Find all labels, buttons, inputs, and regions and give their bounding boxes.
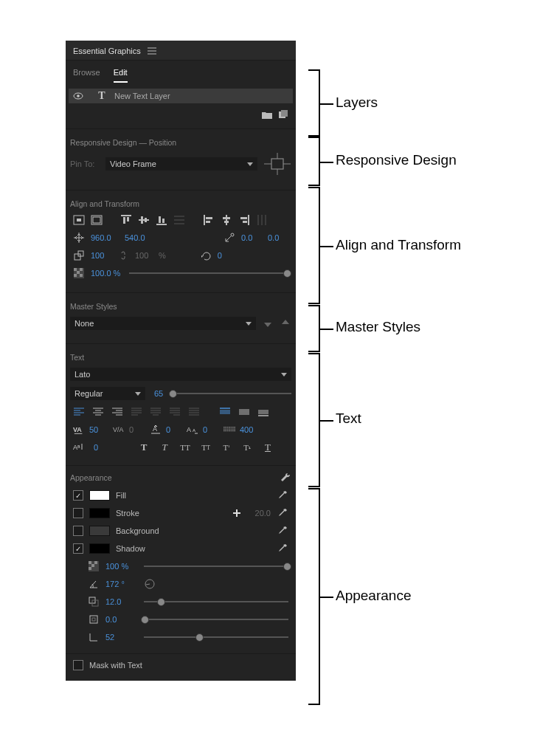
svg-point-37	[231, 233, 234, 236]
fill-swatch[interactable]	[89, 490, 110, 501]
tsume-value[interactable]: 0	[203, 425, 219, 434]
stroke-swatch[interactable]	[89, 508, 110, 518]
align-vcenter-icon[interactable]	[138, 214, 150, 226]
valign-middle-icon[interactable]	[238, 406, 250, 418]
scale-w[interactable]: 100	[91, 251, 111, 260]
pin-to-select[interactable]: Video Frame	[105, 157, 257, 171]
distribute-h-icon[interactable]	[256, 214, 268, 226]
layer-name[interactable]: New Text Layer	[114, 92, 170, 100]
justify-center-icon[interactable]	[150, 406, 162, 418]
align-right-text-icon[interactable]	[111, 406, 123, 418]
superscript-icon[interactable]: T¹	[221, 441, 232, 453]
add-stroke-icon[interactable]	[231, 507, 243, 519]
align-top-icon[interactable]	[120, 214, 132, 226]
position-x[interactable]: 960.0	[91, 233, 119, 242]
shadow-opacity-value[interactable]: 100 %	[105, 562, 138, 571]
eyedropper-icon[interactable]	[277, 525, 288, 537]
svg-rect-43	[77, 271, 80, 274]
callout-align: Align and Transform	[336, 237, 461, 253]
rotation-icon[interactable]	[200, 250, 212, 261]
align-to-frame-icon[interactable]	[91, 214, 103, 226]
shadow-distance-value[interactable]: 12.0	[105, 597, 138, 606]
shadow-angle-value[interactable]: 172 °	[105, 580, 138, 588]
align-right-icon[interactable]	[238, 214, 250, 226]
push-down-icon[interactable]	[262, 317, 274, 329]
opacity-row: 100.0 %	[66, 264, 296, 282]
mask-checkbox[interactable]	[73, 660, 83, 670]
svg-rect-56	[94, 561, 97, 564]
rotation-value[interactable]: 0	[218, 251, 222, 260]
eyedropper-icon[interactable]	[277, 489, 288, 501]
align-center-text-icon[interactable]	[92, 406, 104, 418]
shadow-swatch[interactable]	[89, 543, 110, 554]
eyedropper-icon[interactable]	[277, 543, 288, 554]
justify-right-icon[interactable]	[169, 406, 181, 418]
kerning-value[interactable]: 0	[129, 425, 145, 434]
master-style-select[interactable]: None	[70, 317, 256, 330]
svg-rect-64	[92, 618, 95, 621]
eyedropper-icon[interactable]	[277, 507, 288, 519]
faux-italic-icon[interactable]: T	[159, 441, 170, 453]
pin-widget[interactable]	[263, 153, 291, 175]
font-select[interactable]: Lato	[70, 368, 291, 381]
shadow-blur-slider[interactable]	[144, 636, 288, 638]
underline-icon[interactable]: T	[262, 441, 274, 453]
align-bottom-icon[interactable]	[156, 214, 167, 226]
valign-bottom-icon[interactable]	[257, 406, 269, 418]
font-weight-select[interactable]: Regular	[70, 387, 145, 400]
align-left-icon[interactable]	[203, 214, 215, 226]
layer-row[interactable]: T New Text Layer	[69, 89, 293, 103]
visibility-icon[interactable]	[73, 91, 83, 101]
valign-top-icon[interactable]	[219, 406, 231, 418]
stroke-checkbox[interactable]	[73, 508, 83, 518]
leading-value[interactable]: 0	[166, 425, 182, 434]
shadow-blur-value[interactable]: 52	[105, 633, 138, 642]
justify-left-icon[interactable]	[131, 406, 142, 418]
allcaps-icon[interactable]: TT	[179, 441, 191, 453]
wrench-icon[interactable]	[280, 472, 291, 484]
svg-rect-29	[223, 217, 230, 219]
tab-browse[interactable]: Browse	[73, 68, 100, 83]
panel-menu-icon[interactable]	[147, 46, 157, 56]
font-size-value[interactable]: 65	[154, 389, 163, 398]
new-folder-icon[interactable]	[262, 109, 272, 120]
svg-rect-32	[240, 217, 247, 219]
align-left-text-icon[interactable]	[73, 406, 85, 418]
anchor-icon[interactable]	[224, 232, 235, 244]
anchor-y[interactable]: 0.0	[268, 233, 288, 242]
background-swatch[interactable]	[89, 526, 110, 536]
stroke-row: Stroke 20.0	[66, 504, 296, 522]
align-hcenter-icon[interactable]	[221, 214, 232, 226]
font-size-slider[interactable]	[172, 393, 291, 394]
scale-icon[interactable]	[73, 250, 85, 261]
tracking-value[interactable]: 50	[89, 425, 108, 434]
shadow-size-slider[interactable]	[144, 619, 288, 620]
stroke-width[interactable]: 20.0	[249, 509, 271, 518]
subscript-icon[interactable]: T₁	[241, 441, 253, 453]
align-to-selection-icon[interactable]	[73, 214, 85, 226]
link-scale-icon[interactable]	[117, 250, 129, 261]
anchor-x[interactable]: 0.0	[241, 233, 262, 242]
opacity-slider[interactable]	[129, 272, 288, 274]
distribute-v-icon[interactable]	[173, 214, 185, 226]
faux-bold-icon[interactable]: T	[138, 441, 150, 453]
new-layer-icon[interactable]	[278, 109, 288, 120]
tab-edit[interactable]: Edit	[114, 68, 128, 83]
shadow-distance-slider[interactable]	[144, 601, 288, 602]
fill-checkbox[interactable]	[73, 490, 83, 501]
linewidth-value[interactable]: 400	[240, 425, 253, 434]
background-checkbox[interactable]	[73, 526, 83, 536]
justify-all-icon[interactable]	[188, 406, 200, 418]
smallcaps-icon[interactable]: TT	[200, 441, 212, 453]
opacity-value[interactable]: 100.0 %	[91, 269, 123, 278]
shadow-opacity-slider[interactable]	[144, 566, 288, 567]
baseline-value[interactable]: 0	[94, 443, 108, 452]
stroke-label: Stroke	[116, 509, 139, 518]
shadow-size-value[interactable]: 0.0	[105, 615, 138, 624]
shadow-checkbox[interactable]	[73, 543, 83, 554]
position-y[interactable]: 540.0	[125, 233, 153, 242]
angle-dial-icon[interactable]	[144, 578, 156, 590]
position-icon[interactable]	[73, 232, 85, 244]
push-up-icon[interactable]	[280, 317, 291, 329]
scale-h: 100	[135, 251, 153, 260]
